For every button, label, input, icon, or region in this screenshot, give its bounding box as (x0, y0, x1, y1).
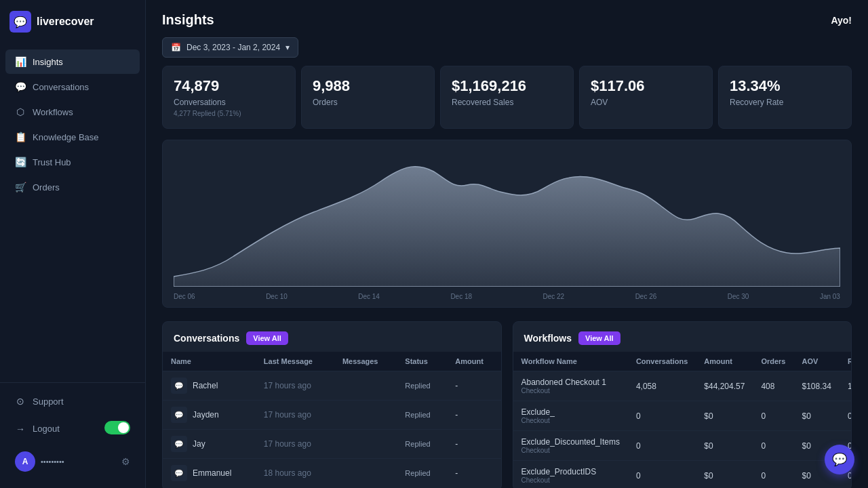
orders-value: 9,988 (313, 77, 423, 95)
conversations-sub: 4,277 Replied (5.71%) (174, 110, 284, 117)
conv-icon: 💬 (171, 378, 187, 394)
stat-card-recovered-sales: $1,169,216 Recovered Sales (440, 66, 574, 129)
settings-icon[interactable]: ⚙ (121, 456, 130, 467)
chart-label-dec22: Dec 22 (543, 293, 565, 300)
recovery-rate-label: Recovery Rate (730, 98, 840, 107)
wf-recovery: 0% (840, 401, 852, 431)
wf-amount: $0 (696, 461, 753, 489)
logo-icon: 💬 (9, 11, 31, 33)
table-row[interactable]: Exclude_ Checkout 0 $0 0 $0 0% (513, 401, 852, 431)
date-picker-button[interactable]: 📅 Dec 3, 2023 - Jan 2, 2024 ▾ (162, 37, 298, 58)
sidebar-item-knowledge-base[interactable]: 📋 Knowledge Base (5, 125, 140, 149)
calendar-icon: 📅 (171, 43, 181, 52)
wf-conversations: 4,058 (628, 371, 696, 401)
chart-label-jan03: Jan 03 (820, 293, 840, 300)
sidebar-item-workflows-label: Workflows (33, 107, 73, 117)
wf-name: Exclude_ (521, 407, 620, 417)
conv-icon: 💬 (171, 407, 187, 423)
stat-card-orders: 9,988 Orders (301, 66, 435, 129)
sidebar-item-support[interactable]: ⊙ Support (5, 389, 140, 413)
conversations-table-body: 💬 Rachel 17 hours ago Replied - 💬 Jayden… (163, 371, 501, 488)
conversations-value: 74,879 (174, 77, 284, 95)
conv-status: Replied (397, 401, 447, 430)
col-name: Name (163, 352, 256, 371)
conv-messages (334, 401, 397, 430)
wf-aov: $108.34 (793, 371, 839, 401)
conv-amount: - (447, 430, 500, 459)
col-status: Status (397, 352, 447, 371)
aov-value: $117.06 (591, 77, 701, 95)
table-row[interactable]: Exclude_ProductIDS Checkout 0 $0 0 $0 0% (513, 461, 852, 489)
workflows-table: Workflow Name Conversations Amount Order… (513, 352, 852, 488)
aov-label: AOV (591, 98, 701, 107)
conv-name: Jay (193, 439, 205, 449)
chart-labels: Dec 06 Dec 10 Dec 14 Dec 18 Dec 22 Dec 2… (174, 289, 840, 302)
main-content: Insights Ayo! 📅 Dec 3, 2023 - Jan 2, 202… (146, 0, 868, 488)
logo-text: liverecover (37, 16, 94, 28)
stat-card-conversations: 74,879 Conversations 4,277 Replied (5.71… (162, 66, 296, 129)
conv-amount: - (447, 401, 500, 430)
trust-hub-icon: 🔄 (15, 157, 26, 167)
recovered-sales-label: Recovered Sales (452, 98, 562, 107)
conv-amount: - (447, 459, 500, 488)
wf-conversations: 0 (628, 401, 696, 431)
table-row[interactable]: 💬 Jay 17 hours ago Replied - (163, 430, 501, 459)
conversations-table: Name Last Message Messages Status Amount… (163, 352, 501, 487)
conversations-label: Conversations (174, 98, 284, 107)
conv-last-message: 17 hours ago (256, 430, 334, 459)
sidebar-item-knowledge-base-label: Knowledge Base (33, 132, 99, 142)
chart-svg (174, 151, 840, 287)
chart-label-dec18: Dec 18 (450, 293, 472, 300)
conversations-icon: 💬 (15, 81, 26, 92)
table-row[interactable]: 💬 Rachel 17 hours ago Replied - (163, 371, 501, 401)
conv-status: Replied (397, 459, 447, 488)
logout-toggle[interactable] (104, 421, 130, 434)
sidebar-item-conversations[interactable]: 💬 Conversations (5, 75, 140, 99)
chat-bubble[interactable]: 💬 (825, 445, 854, 474)
logout-icon: → (15, 424, 26, 434)
wf-sub: Checkout (521, 417, 620, 424)
conversations-table-header: Conversations View All (163, 322, 501, 352)
conv-icon: 💬 (171, 436, 187, 452)
conversations-view-all-button[interactable]: View All (246, 331, 288, 345)
col-messages: Messages (334, 352, 397, 371)
conv-last-message: 17 hours ago (256, 371, 334, 401)
chart-label-dec30: Dec 30 (728, 293, 749, 300)
sidebar-item-trust-hub-label: Trust Hub (33, 157, 71, 167)
table-row[interactable]: Abandoned Checkout 1 Checkout 4,058 $44,… (513, 371, 852, 401)
workflows-table-section: Workflows View All Workflow Name Convers… (513, 321, 852, 488)
conv-name: Jayden (193, 410, 219, 420)
conv-icon: 💬 (171, 465, 187, 481)
sidebar-item-orders-label: Orders (33, 182, 60, 192)
wf-conversations: 0 (628, 431, 696, 461)
col-last-message: Last Message (256, 352, 334, 371)
support-icon: ⊙ (15, 396, 26, 407)
conv-name-cell: 💬 Jay (163, 430, 256, 459)
sidebar-item-trust-hub[interactable]: 🔄 Trust Hub (5, 150, 140, 174)
col-workflow-name: Workflow Name (513, 352, 628, 371)
sidebar-item-workflows[interactable]: ⬡ Workflows (5, 100, 140, 124)
sidebar-item-insights-label: Insights (33, 57, 63, 67)
sidebar-item-logout-label: Logout (33, 424, 60, 434)
conv-name: Emmanuel (193, 468, 231, 478)
wf-conversations: 0 (628, 461, 696, 489)
conv-status: Replied (397, 371, 447, 401)
chevron-down-icon: ▾ (285, 43, 290, 52)
wf-sub: Checkout (521, 387, 620, 394)
table-row[interactable]: 💬 Emmanuel 18 hours ago Replied - (163, 459, 501, 488)
sidebar-item-insights[interactable]: 📊 Insights (5, 49, 140, 74)
conv-amount: - (447, 371, 500, 401)
table-row[interactable]: 💬 Jayden 17 hours ago Replied - (163, 401, 501, 430)
sidebar-item-orders[interactable]: 🛒 Orders (5, 175, 140, 199)
chart-label-dec14: Dec 14 (358, 293, 380, 300)
sidebar-item-logout[interactable]: → Logout (5, 414, 140, 443)
conv-last-message: 17 hours ago (256, 401, 334, 430)
workflows-view-all-button[interactable]: View All (578, 331, 620, 345)
conversations-table-title: Conversations (174, 333, 239, 344)
chart-label-dec06: Dec 06 (174, 293, 195, 300)
table-row[interactable]: Exclude_Discounted_Items Checkout 0 $0 0… (513, 431, 852, 461)
conv-messages (334, 371, 397, 401)
col-conversations: Conversations (628, 352, 696, 371)
recovery-rate-value: 13.34% (730, 77, 840, 95)
recovered-sales-value: $1,169,216 (452, 77, 562, 95)
